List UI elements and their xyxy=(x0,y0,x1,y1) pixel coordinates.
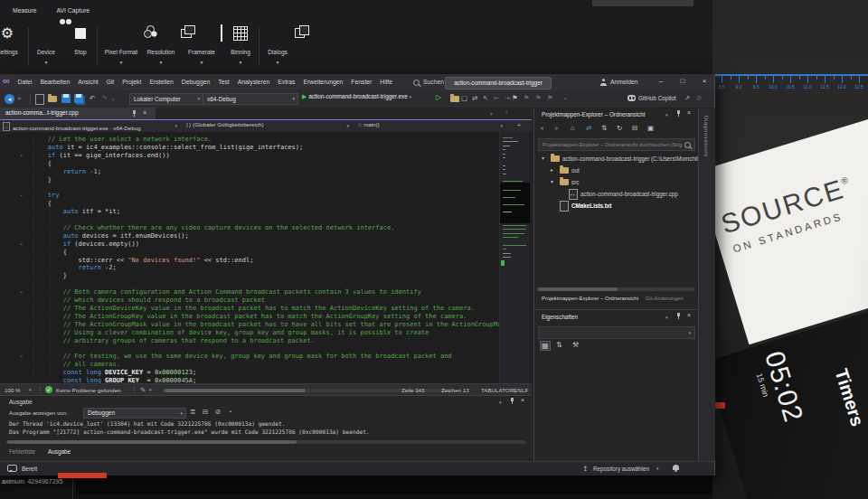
pin-tab-icon[interactable] xyxy=(132,110,137,118)
capture-button-stop[interactable]: Stop xyxy=(67,24,94,71)
open-folder-icon[interactable] xyxy=(450,96,459,103)
copilot-share-icon[interactable]: ↗ xyxy=(684,94,690,103)
panel-pin-icon[interactable] xyxy=(676,110,681,118)
fold-collapse-icon[interactable]: ⌄ xyxy=(19,151,24,157)
tree-row-out[interactable]: ▸out xyxy=(534,165,699,176)
document-tab[interactable]: action-comma...t-trigger.cpp × xyxy=(0,108,156,119)
column-indicator[interactable]: Zeichen 13 xyxy=(441,387,469,393)
compare-files-icon[interactable]: ⇄ xyxy=(472,94,477,103)
dropdown-caret-icon[interactable]: ▼ xyxy=(260,60,295,65)
clear-all-icon[interactable]: ⊘ xyxy=(215,408,221,417)
output-hscrollbar[interactable] xyxy=(5,440,526,444)
panel-pin-icon[interactable] xyxy=(510,398,514,406)
editor-minimap-scrollbar[interactable] xyxy=(499,132,530,383)
menu-ansicht[interactable]: Ansicht xyxy=(74,74,102,90)
open-folder-icon[interactable] xyxy=(48,96,57,103)
zoom-level-dropdown[interactable]: 100 % xyxy=(5,387,21,393)
zoom-caret-icon[interactable]: ▾ xyxy=(29,387,32,392)
notifications-bell-icon[interactable] xyxy=(673,465,679,471)
undo-icon[interactable]: ↶ xyxy=(90,94,95,103)
panel-pin-icon[interactable] xyxy=(676,313,681,321)
dropdown-caret-icon[interactable]: ▼ xyxy=(222,60,259,65)
maximize-button[interactable]: □ xyxy=(675,77,691,85)
panel-close-icon[interactable]: × xyxy=(687,109,691,116)
sign-in-button[interactable]: Anmelden xyxy=(610,79,638,85)
sync-active-icon[interactable]: ⇅ xyxy=(601,124,607,132)
menu-bearbeiten[interactable]: Bearbeiten xyxy=(36,74,74,90)
line-indicator[interactable]: Zeile 143 xyxy=(401,387,424,393)
hscrollbar-thumb[interactable] xyxy=(165,389,306,392)
new-tab-icon[interactable]: + xyxy=(505,108,508,118)
fold-collapse-icon[interactable]: ⌄ xyxy=(19,287,24,294)
preview-icon[interactable]: ▣ xyxy=(647,124,654,132)
debug-target-dropdown[interactable]: Lokaler Computer▾ xyxy=(129,93,203,105)
history-icon[interactable]: ◔ xyxy=(228,408,232,417)
collapse-all-icon[interactable]: ⊟ xyxy=(632,124,637,132)
copilot-status-icon[interactable]: ⊘ xyxy=(696,94,702,103)
configuration-dropdown[interactable]: x64-Debug▾ xyxy=(203,93,298,105)
health-check-icon[interactable]: ✓ xyxy=(45,386,52,393)
panel-close-icon[interactable]: × xyxy=(687,312,691,318)
bookmark-icon[interactable]: ⚑ xyxy=(535,94,542,103)
go-to-definition-icon[interactable]: ↖ xyxy=(483,94,488,103)
search-label[interactable]: Suchen xyxy=(423,79,444,85)
cleanup-caret-icon[interactable]: ▾ xyxy=(149,387,152,392)
copilot-icon[interactable] xyxy=(627,95,636,102)
navbar-add-icon[interactable]: + xyxy=(517,121,521,130)
dock-tab-git-changes[interactable]: Git-Änderungen xyxy=(646,296,684,301)
tree-row-CMakeLists.txt[interactable]: CMakeLists.txt xyxy=(534,200,699,212)
save-icon[interactable] xyxy=(61,94,71,104)
menu-erstellen[interactable]: Erstellen xyxy=(146,74,177,90)
menu-datei[interactable]: Datei xyxy=(14,74,36,90)
save-all-icon[interactable] xyxy=(74,94,83,104)
menu-hilfe[interactable]: Hilfe xyxy=(376,74,397,90)
back-icon[interactable]: ◂ xyxy=(540,124,543,132)
navigate-forward-icon[interactable]: ▸ xyxy=(18,94,22,103)
menu-test[interactable]: Test xyxy=(214,74,233,90)
previous-location-icon[interactable]: ⇤ xyxy=(494,94,499,103)
fold-collapse-icon[interactable]: ⌄ xyxy=(19,352,24,358)
panel-close-icon[interactable]: × xyxy=(521,397,524,403)
panel-tab-fehlerliste[interactable]: Fehlerliste xyxy=(9,448,35,459)
dock-tab-solution-explorer[interactable]: Projektmappen-Explorer – Ordneransicht xyxy=(542,296,638,301)
menu-extras[interactable]: Extras xyxy=(274,74,299,90)
run-without-debug-icon[interactable]: ▷ xyxy=(436,93,441,101)
bookmark-icon[interactable]: ⚑ xyxy=(547,94,553,103)
panel-tab-ausgabe[interactable]: Ausgabe xyxy=(48,448,71,459)
copilot-label[interactable]: GitHub Copilot xyxy=(638,95,676,101)
messages-icon[interactable]: ≣ xyxy=(190,408,195,417)
menu-debuggen[interactable]: Debuggen xyxy=(177,74,213,90)
feedback-icon[interactable] xyxy=(7,465,17,473)
bookmark-icon[interactable]: ⚑ xyxy=(524,94,530,103)
panel-caret-icon[interactable]: ▾ xyxy=(499,400,502,405)
close-tab-icon[interactable]: × xyxy=(143,109,146,116)
tree-expander-icon[interactable]: ▾ xyxy=(551,178,553,184)
health-status-label[interactable]: Keine Probleme gefunden xyxy=(56,387,121,393)
wordwrap-icon[interactable]: ⊟ xyxy=(203,408,208,417)
tree-expander-icon[interactable]: ▾ xyxy=(542,155,544,161)
capture-button-pixel-format[interactable]: Pixel Format▼ xyxy=(99,24,143,71)
home-icon[interactable]: ⌂ xyxy=(571,124,575,132)
new-file-icon[interactable] xyxy=(35,94,44,106)
active-document-icon[interactable]: ▢ xyxy=(461,94,467,103)
diagnostics-side-tab[interactable]: Diagnosetools xyxy=(703,116,710,157)
refresh-icon[interactable]: ↻ xyxy=(617,124,622,132)
minimize-button[interactable]: – xyxy=(653,77,669,85)
tree-row-action-command-broadcast-trigger.cpp[interactable]: action-command-broadcast-trigger.cpp xyxy=(534,188,699,200)
fold-collapse-icon[interactable]: ⌄ xyxy=(19,240,24,246)
tree-row-src[interactable]: ▾src xyxy=(534,176,699,188)
navigate-back-icon[interactable]: ◂ xyxy=(5,94,14,104)
capture-button-binning[interactable]: Binning▼ xyxy=(222,24,259,71)
run-button[interactable]: ▶ action-command-broadcast-trigger.exe ▾ xyxy=(302,93,430,103)
select-repository-button[interactable]: Repository auswählen xyxy=(593,466,649,472)
tabs-indicator[interactable]: TABULATOREN xyxy=(481,387,522,393)
fold-collapse-icon[interactable]: ⌄ xyxy=(19,191,24,197)
categorized-icon[interactable]: ▦ xyxy=(540,341,551,351)
redo-icon[interactable]: ↷ xyxy=(101,94,107,103)
eol-indicator[interactable]: LF xyxy=(522,387,528,393)
repo-caret-icon[interactable]: ▾ xyxy=(656,466,659,471)
titlebar-solution-box[interactable]: action-command-broadcast-trigger xyxy=(445,77,552,89)
nav-member-dropdown[interactable]: ◇ main() ▾ xyxy=(358,121,506,131)
toolbar-overflow-caret-icon[interactable]: ▾ xyxy=(564,94,567,103)
capture-button-dialogs[interactable]: Dialogs▼ xyxy=(260,24,295,71)
